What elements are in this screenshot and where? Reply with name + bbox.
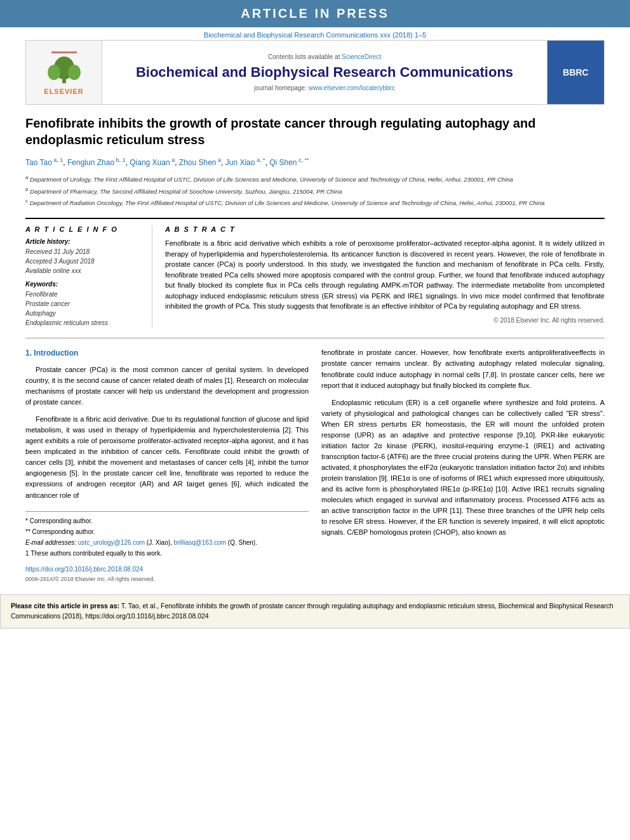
section-divider — [25, 338, 605, 338]
intro-para-2: Fenofibrate is a fibric acid derivative.… — [25, 414, 309, 500]
homepage-line: journal homepage: www.elsevier.com/locat… — [254, 84, 395, 91]
author-shen-q-sup: c, ** — [297, 157, 309, 163]
keyword-1: Fenofibrate — [25, 290, 143, 299]
doi-link[interactable]: https://doi.org/10.1016/j.bbrc.2018.08.0… — [25, 566, 143, 573]
journal-header: ELSEVIER Contents lists available at Sci… — [25, 40, 605, 105]
author-shen-z-sup: a — [217, 157, 222, 163]
intro-col2-para1: fenofibrate in prostate cancer. However,… — [321, 347, 605, 390]
abstract-text: Fenofibrate is a fibric acid derivative … — [165, 238, 605, 312]
author-zhao-sup: b, 1 — [114, 157, 126, 163]
homepage-link[interactable]: www.elsevier.com/locate/ybbrc — [309, 84, 395, 91]
keyword-2: Prostate cancer — [25, 299, 143, 309]
footnote-corresponding2: ** Corresponding author. — [25, 528, 309, 537]
abstract-col: A B S T R A C T Fenofibrate is a fibric … — [165, 225, 605, 328]
citation-bar: Please cite this article in press as: T.… — [0, 594, 630, 629]
email1-link[interactable]: ustc_urology@126.com — [78, 539, 145, 546]
abstract-label: A B S T R A C T — [165, 225, 605, 233]
intro-col2-para2: Endoplasmic reticulum (ER) is a cell org… — [321, 397, 605, 538]
affiliations: a Department of Urology, The First Affil… — [25, 174, 605, 208]
intro-heading: 1. Introduction — [25, 347, 309, 359]
doi-line[interactable]: https://doi.org/10.1016/j.bbrc.2018.08.0… — [25, 564, 309, 575]
keyword-3: Autophagy — [25, 309, 143, 318]
footnote-email: E-mail addresses: ustc_urology@126.com (… — [25, 538, 309, 547]
accepted-date: Accepted 3 August 2018 — [25, 257, 143, 266]
contents-available-line: Contents lists available at ScienceDirec… — [268, 53, 381, 60]
email2-person: (Q. Shen). — [228, 539, 257, 546]
article-info-label: A R T I C L E I N F O — [25, 225, 143, 233]
email2-link[interactable]: brilliasq@163.com — [174, 539, 226, 546]
journal-title-box: Contents lists available at ScienceDirec… — [102, 41, 547, 104]
copyright-line: © 2018 Elsevier Inc. All rights reserved… — [165, 317, 605, 324]
received-date: Received 31 July 2018 — [25, 247, 143, 257]
journal-citation: Biochemical and Biophysical Research Com… — [204, 31, 426, 39]
citation-label: Please cite this article in press as: — [11, 602, 119, 610]
author-tao-sup: a, 1 — [52, 157, 64, 163]
svg-point-2 — [48, 65, 60, 80]
footnote-equal-contrib: 1 These authors contributed equally to t… — [25, 549, 309, 558]
author-xiao: Jun Xiao — [225, 158, 255, 167]
author-xuan: Qiang Xuan — [130, 158, 170, 167]
keyword-4: Endoplasmic reticulum stress — [25, 318, 143, 328]
affil-b: b Department of Pharmacy, The Second Aff… — [25, 186, 605, 196]
svg-point-3 — [68, 65, 81, 80]
journal-title: Biochemical and Biophysical Research Com… — [136, 64, 513, 81]
svg-rect-4 — [51, 51, 77, 53]
banner-text: ARTICLE IN PRESS — [241, 6, 389, 20]
affil-c: c Department of Radiation Oncology, The … — [25, 197, 605, 208]
article-info-col: A R T I C L E I N F O Article history: R… — [25, 225, 152, 328]
affil-a: a Department of Urology, The First Affil… — [25, 174, 605, 184]
article-in-press-banner: ARTICLE IN PRESS — [0, 0, 630, 27]
article-info-abstract-section: A R T I C L E I N F O Article history: R… — [25, 218, 605, 328]
body-col-right: fenofibrate in prostate cancer. However,… — [321, 347, 605, 584]
email1-person: (J. Xiao), — [147, 539, 172, 546]
main-content: Fenofibrate inhibits the growth of prost… — [25, 105, 605, 584]
bbrc-logo: BBRC — [563, 67, 588, 77]
elsevier-wordmark: ELSEVIER — [44, 88, 83, 95]
keywords-label: Keywords: — [25, 281, 143, 288]
footnote-corresponding1: * Corresponding author. — [25, 517, 309, 526]
article-history-label: Article history: — [25, 238, 143, 245]
journal-info-line: Biochemical and Biophysical Research Com… — [0, 27, 630, 40]
contents-label: Contents lists available at — [268, 53, 340, 60]
author-shen-z: Zhou Shen — [179, 158, 217, 167]
author-zhao: Fenglun Zhao — [67, 158, 114, 167]
homepage-label: journal homepage: — [254, 84, 307, 91]
sciencedirect-link[interactable]: ScienceDirect — [342, 53, 381, 60]
intro-para-1: Prostate cancer (PCa) is the most common… — [25, 364, 309, 408]
authors-line: Tao Tao a, 1, Fenglun Zhao b, 1, Qiang X… — [25, 156, 605, 169]
author-tao: Tao Tao — [25, 158, 52, 167]
issn-line: 0006-291X/© 2018 Elsevier Inc. All right… — [25, 575, 309, 584]
available-online: Available online xxx — [25, 266, 143, 276]
body-content: 1. Introduction Prostate cancer (PCa) is… — [25, 347, 605, 584]
footnote-area: * Corresponding author. ** Corresponding… — [25, 511, 309, 558]
author-xiao-sup: a, * — [255, 157, 265, 163]
body-col-left: 1. Introduction Prostate cancer (PCa) is… — [25, 347, 309, 584]
bbrc-logo-box: BBRC — [547, 41, 604, 104]
elsevier-tree-icon — [45, 50, 83, 85]
author-shen-q: Qi Shen — [269, 158, 297, 167]
article-title: Fenofibrate inhibits the growth of prost… — [25, 115, 605, 148]
author-xuan-sup: a — [170, 157, 175, 163]
elsevier-logo-box: ELSEVIER — [26, 41, 102, 104]
